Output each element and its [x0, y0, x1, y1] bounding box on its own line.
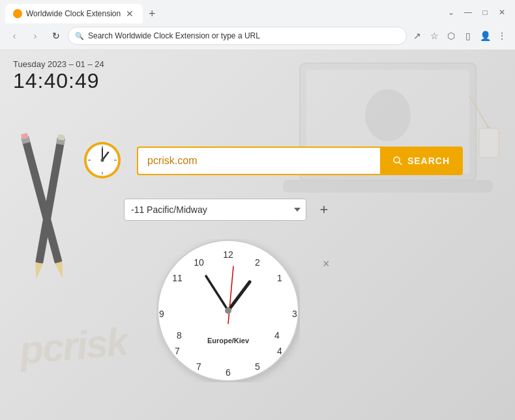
address-bar[interactable]: 🔍 Search Worldwide Clock Extension or ty… [68, 27, 407, 45]
browser-chrome: Worldwide Clock Extension ✕ + ⌄ — □ ✕ ‹ … [0, 0, 515, 50]
address-bar-text: Search Worldwide Clock Extension or type… [88, 31, 400, 40]
sidebar-button[interactable]: ▯ [460, 28, 476, 44]
svg-marker-8 [55, 262, 66, 279]
svg-rect-14 [58, 134, 65, 141]
time-display: 14:40:49 [13, 69, 104, 93]
nav-bar: ‹ › ↻ 🔍 Search Worldwide Clock Extension… [0, 23, 515, 49]
window-chevron[interactable]: ⌄ [443, 5, 459, 20]
window-maximize-button[interactable]: □ [477, 5, 493, 20]
back-button[interactable]: ‹ [5, 27, 23, 45]
clock-num-7b: 7 [196, 361, 201, 372]
watermark: pcrisk [18, 319, 128, 373]
datetime-area: Tuesday 2023 – 01 – 24 14:40:49 [13, 59, 104, 93]
close-clock-button[interactable]: × [323, 257, 330, 271]
analog-clock-container: 12 1 3 4 6 7 9 11 2 10 4 8 5 7 Euro [156, 239, 300, 382]
svg-point-24 [394, 157, 400, 163]
tab-title: Worldwide Clock Extension [26, 9, 121, 18]
new-tab-button[interactable]: + [143, 5, 161, 23]
svg-rect-3 [284, 180, 492, 192]
title-bar: Worldwide Clock Extension ✕ + ⌄ — □ ✕ [0, 0, 515, 23]
search-button[interactable]: SEARCH [380, 147, 463, 175]
search-icon: 🔍 [75, 32, 84, 40]
clock-num-2: 2 [255, 257, 260, 268]
tab-close-button[interactable]: ✕ [125, 8, 135, 19]
search-button-label: SEARCH [407, 156, 450, 166]
clock-num-9: 9 [159, 309, 164, 319]
timezone-select[interactable]: -11 Pacific/Midway -10 Pacific/Honolulu … [124, 199, 306, 221]
search-icon [393, 156, 402, 165]
clock-num-1: 1 [277, 273, 282, 283]
svg-point-19 [101, 159, 104, 162]
svg-point-2 [365, 89, 411, 141]
pencils-decoration [12, 127, 83, 296]
window-minimize-button[interactable]: — [460, 5, 476, 20]
nav-actions: ↗ ☆ ⬡ ▯ 👤 ⋮ [409, 28, 510, 44]
small-clock-icon [83, 141, 121, 179]
search-input[interactable] [137, 147, 380, 175]
clock-num-4: 4 [277, 346, 282, 356]
bookmark-button[interactable]: ☆ [426, 28, 442, 44]
extension-page: Tuesday 2023 – 01 – 24 14:40:49 SEARCH [0, 50, 515, 420]
forward-button[interactable]: › [26, 27, 44, 45]
svg-line-25 [399, 162, 402, 165]
clock-num-8: 8 [177, 330, 182, 341]
reload-button[interactable]: ↻ [47, 27, 65, 45]
tab-favicon [13, 9, 22, 18]
clock-num-3: 3 [292, 309, 297, 319]
clock-timezone-label: Europe/Kiev [207, 337, 250, 344]
profile-button[interactable]: 👤 [477, 28, 493, 44]
svg-marker-12 [33, 262, 43, 280]
add-timezone-button[interactable]: + [314, 200, 334, 219]
clock-num-6: 6 [226, 367, 231, 378]
clock-num-12: 12 [223, 249, 233, 260]
timezone-area: -11 Pacific/Midway -10 Pacific/Honolulu … [124, 199, 334, 221]
svg-rect-5 [479, 128, 499, 158]
clock-num-5: 5 [255, 361, 260, 372]
clock-center [225, 307, 231, 314]
share-button[interactable]: ↗ [409, 28, 425, 44]
active-tab[interactable]: Worldwide Clock Extension ✕ [5, 4, 143, 23]
clock-num-7: 7 [175, 346, 180, 356]
analog-clock: 12 1 3 4 6 7 9 11 2 10 4 8 5 7 Euro [156, 239, 300, 382]
menu-button[interactable]: ⋮ [494, 28, 510, 44]
extensions-button[interactable]: ⬡ [443, 28, 459, 44]
clock-num-11: 11 [172, 273, 183, 283]
search-area: SEARCH [137, 147, 463, 175]
clock-num-4b: 4 [274, 330, 280, 341]
clock-num-10: 10 [194, 257, 204, 268]
laptop-decoration [280, 57, 502, 206]
date-display: Tuesday 2023 – 01 – 24 [13, 59, 104, 69]
window-close-button[interactable]: ✕ [494, 5, 510, 20]
